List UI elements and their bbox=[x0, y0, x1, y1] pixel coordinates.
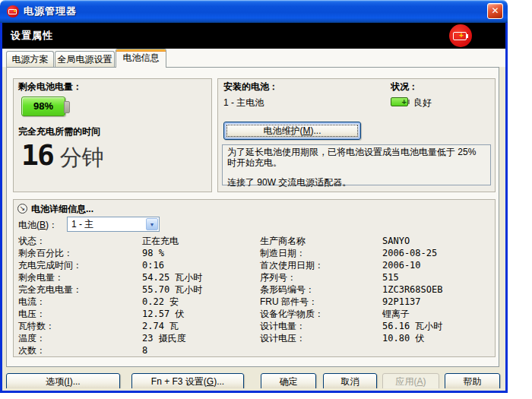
selected-battery: 1 - 主 bbox=[71, 217, 93, 231]
battery-nub bbox=[467, 34, 468, 38]
detail-row: 条形码编号：1ZC3R68SOEB bbox=[260, 283, 488, 296]
full-charge-time-label: 完全充电所需的时间 bbox=[18, 125, 100, 138]
tab-global-power-settings[interactable]: 全局电源设置 bbox=[55, 51, 115, 67]
titlebar[interactable]: + 电源管理器 ✕ bbox=[0, 0, 508, 23]
page-header-band: 设置属性 + bbox=[2, 23, 505, 49]
detail-row: 生产商名称SANYO bbox=[260, 235, 488, 247]
condition-battery-icon: + bbox=[391, 97, 408, 106]
battery-nub bbox=[64, 101, 70, 113]
detail-row: 剩余电量：54.25 瓦小时 bbox=[18, 271, 254, 283]
battery-select-label: 电池(B)： bbox=[18, 219, 58, 232]
detail-row: FRU 部件号：92P1137 bbox=[260, 296, 488, 308]
arrow-glyph: ↘ bbox=[18, 204, 27, 213]
notice-paragraph: 为了延长电池使用期限，已将电池设置成当电池电量低于 25% 时开始充电。 bbox=[227, 147, 486, 168]
ok-button[interactable]: 确定 bbox=[261, 373, 316, 388]
options-button[interactable]: 选项(I)... bbox=[6, 373, 120, 388]
fn-f3-settings-button[interactable]: Fn + F3 设置(G)... bbox=[131, 373, 244, 388]
detail-row: 瓦特数：2.74 瓦 bbox=[18, 320, 254, 332]
window-body: 设置属性 + 电源方案 全局电源设置 电池信息 剩余电池电量： 98% 完全充电… bbox=[0, 23, 508, 393]
close-icon: ✕ bbox=[491, 5, 499, 16]
expander-icon[interactable]: ↘ bbox=[17, 204, 27, 214]
plus-glyph: + bbox=[13, 8, 17, 15]
time-value: 16 bbox=[21, 138, 53, 172]
detail-row: 完全充电电量：55.70 瓦小时 bbox=[18, 283, 254, 296]
battery-percent: 98% bbox=[33, 100, 53, 112]
detail-row: 序列号：515 bbox=[260, 271, 488, 283]
installed-battery-value: 1 - 主电池 bbox=[223, 97, 264, 109]
detail-row: 状态：正在充电 bbox=[18, 235, 254, 247]
condition-value: 良好 bbox=[413, 97, 432, 109]
cancel-button[interactable]: 取消 bbox=[323, 373, 377, 388]
close-button[interactable]: ✕ bbox=[487, 3, 503, 19]
installed-batteries-label: 安装的电池： bbox=[223, 81, 278, 93]
detail-row: 次数：8 bbox=[18, 344, 254, 356]
detail-row: 设备化学物质：锂离子 bbox=[260, 308, 488, 320]
detail-row: 充电完成时间：0:16 bbox=[18, 259, 254, 271]
app-battery-icon: + bbox=[7, 5, 19, 17]
plus-glyph: + bbox=[459, 31, 464, 40]
tab-battery-info[interactable]: 电池信息 bbox=[116, 49, 166, 68]
dropdown-button[interactable]: ▼ bbox=[146, 218, 158, 230]
full-charge-time: 16分钟 bbox=[21, 138, 104, 173]
battery-level-indicator: 98% bbox=[21, 97, 65, 116]
plus-glyph: + bbox=[402, 97, 407, 107]
chevron-down-icon: ▼ bbox=[147, 219, 157, 230]
battery-nub bbox=[408, 100, 410, 104]
charge-threshold-notice: 为了延长电池使用期限，已将电池设置成当电池电量低于 25% 时开始充电。 连接了… bbox=[222, 144, 491, 185]
power-manager-window: + 电源管理器 ✕ 设置属性 + 电源方案 全局电源设置 电池信息 剩 bbox=[0, 0, 508, 393]
remaining-charge-label: 剩余电池电量： bbox=[18, 81, 82, 93]
window-title: 电源管理器 bbox=[24, 0, 77, 22]
apply-button: 应用(A) bbox=[382, 373, 439, 388]
detail-row: 设计电量：56.16 瓦小时 bbox=[260, 320, 488, 332]
focus-ring bbox=[226, 125, 358, 137]
tab-power-scheme[interactable]: 电源方案 bbox=[6, 51, 54, 67]
notice-paragraph: 连接了 90W 交流电源适配器。 bbox=[227, 177, 486, 188]
battery-select-dropdown[interactable]: 1 - 主 ▼ bbox=[67, 217, 160, 232]
battery-logo-icon: + bbox=[449, 24, 472, 47]
details-right-column: 生产商名称SANYO 制造日期：2006-08-25 首次使用日期：2006-1… bbox=[260, 235, 488, 344]
time-unit: 分钟 bbox=[60, 145, 104, 169]
page-title: 设置属性 bbox=[11, 23, 53, 49]
battery-maintenance-button[interactable]: 电池维护(M)... bbox=[223, 122, 361, 140]
detail-row: 电流：0.22 安 bbox=[18, 296, 254, 308]
detail-row: 温度：23 摄氏度 bbox=[18, 332, 254, 344]
detail-row: 设计电压：10.80 伏 bbox=[260, 332, 488, 344]
help-button[interactable]: 帮助 bbox=[445, 373, 500, 388]
detail-row: 制造日期：2006-08-25 bbox=[260, 247, 488, 259]
detail-row: 电压：12.57 伏 bbox=[18, 308, 254, 320]
details-section-title: 电池详细信息... bbox=[31, 203, 93, 216]
detail-row: 剩余百分比：98 % bbox=[18, 247, 254, 259]
condition-label: 状况： bbox=[391, 81, 418, 93]
detail-row: 首次使用日期：2006-10 bbox=[260, 259, 488, 271]
details-left-column: 状态：正在充电 剩余百分比：98 % 充电完成时间：0:16 剩余电量：54.2… bbox=[18, 235, 254, 356]
